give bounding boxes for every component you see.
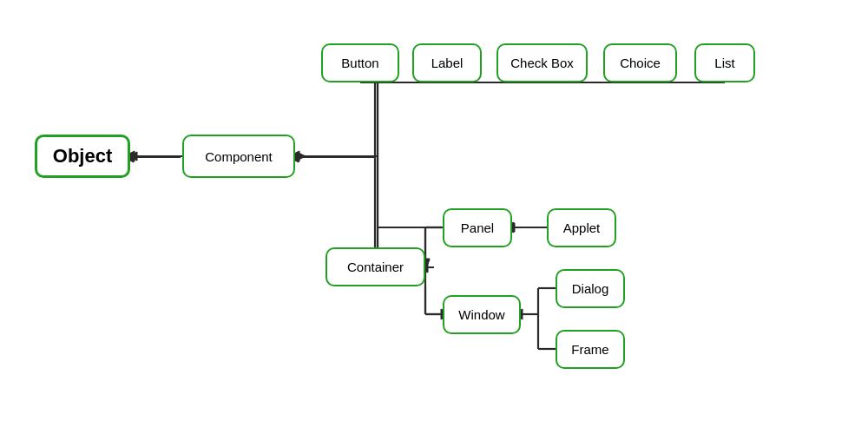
button-node: Button (321, 43, 399, 82)
object-node: Object (35, 135, 130, 178)
list-node: List (694, 43, 755, 82)
diagram: Object Component Button Label Check Box … (0, 0, 868, 434)
label-node: Label (412, 43, 482, 82)
panel-node: Panel (443, 208, 512, 247)
window-node: Window (443, 295, 521, 334)
applet-node: Applet (547, 208, 616, 247)
frame-node: Frame (556, 330, 625, 369)
component-node: Component (182, 135, 295, 178)
choice-node: Choice (603, 43, 677, 82)
checkbox-node: Check Box (496, 43, 588, 82)
container-node: Container (326, 247, 425, 286)
dialog-node: Dialog (556, 269, 625, 308)
